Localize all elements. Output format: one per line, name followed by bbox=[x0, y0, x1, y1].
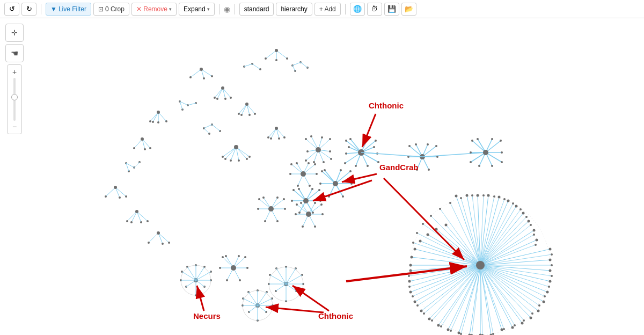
svg-point-175 bbox=[500, 140, 502, 142]
svg-rect-1 bbox=[13, 18, 631, 335]
svg-point-51 bbox=[157, 121, 159, 123]
separator-1 bbox=[41, 4, 41, 14]
svg-point-5 bbox=[275, 49, 278, 52]
live-filter-button[interactable]: ▼ Live Filter bbox=[46, 3, 91, 16]
svg-point-196 bbox=[324, 169, 326, 171]
svg-point-424 bbox=[466, 194, 469, 197]
clock-button[interactable]: ⏱ bbox=[367, 3, 382, 16]
svg-point-436 bbox=[549, 270, 552, 272]
svg-point-457 bbox=[412, 242, 414, 244]
svg-point-488 bbox=[450, 330, 452, 332]
svg-point-211 bbox=[314, 163, 316, 165]
live-filter-label: Live Filter bbox=[58, 5, 86, 13]
svg-point-462 bbox=[449, 202, 451, 204]
svg-point-132 bbox=[345, 140, 347, 142]
svg-point-442 bbox=[521, 322, 524, 325]
crop-button[interactable]: ⊡ 0 Crop bbox=[93, 3, 129, 16]
folder-button[interactable]: 📂 bbox=[401, 3, 416, 16]
svg-point-213 bbox=[296, 162, 298, 164]
hand-tool-button[interactable]: ☚ bbox=[5, 44, 24, 62]
svg-point-435 bbox=[549, 259, 552, 261]
zoom-track[interactable] bbox=[13, 78, 16, 121]
pan-icon: ✛ bbox=[11, 28, 18, 37]
canvas-area[interactable]: Chthonic GandCrab Necurs Chthonic ✛ ☚ + … bbox=[0, 18, 644, 335]
standard-button[interactable]: standard bbox=[239, 3, 274, 16]
filter-icon: ▼ bbox=[50, 5, 57, 13]
hand-icon: ☚ bbox=[11, 48, 18, 59]
zoom-out-button[interactable]: − bbox=[9, 122, 20, 132]
svg-point-115 bbox=[313, 161, 315, 163]
save-button[interactable]: 💾 bbox=[384, 3, 399, 16]
gandcrab-label: GandCrab bbox=[379, 163, 419, 172]
svg-point-538 bbox=[311, 188, 313, 190]
globe-button[interactable]: 🌐 bbox=[350, 3, 365, 16]
svg-point-117 bbox=[305, 159, 307, 162]
svg-point-425 bbox=[477, 194, 479, 197]
crop-icon: ⊡ bbox=[98, 5, 104, 13]
svg-point-93 bbox=[246, 158, 248, 160]
svg-point-109 bbox=[305, 138, 307, 140]
svg-point-244 bbox=[296, 203, 298, 206]
svg-point-426 bbox=[487, 194, 490, 197]
svg-point-216 bbox=[297, 185, 299, 187]
redo-button[interactable]: ↻ bbox=[21, 3, 36, 16]
svg-point-210 bbox=[290, 163, 292, 165]
pan-button[interactable]: ✛ bbox=[5, 24, 24, 42]
svg-point-519 bbox=[130, 221, 133, 223]
remove-button[interactable]: ✕ Remove ▾ bbox=[131, 3, 177, 16]
svg-point-32 bbox=[221, 86, 224, 90]
svg-point-139 bbox=[367, 165, 369, 167]
svg-point-50 bbox=[165, 120, 167, 122]
svg-point-536 bbox=[292, 189, 295, 191]
svg-point-510 bbox=[119, 196, 121, 199]
zoom-in-button[interactable]: + bbox=[9, 67, 20, 77]
svg-point-517 bbox=[147, 220, 149, 222]
svg-point-451 bbox=[428, 318, 431, 321]
svg-point-36 bbox=[216, 98, 218, 100]
svg-point-194 bbox=[349, 170, 352, 172]
svg-point-228 bbox=[283, 198, 285, 200]
svg-point-138 bbox=[355, 165, 357, 167]
hierarchy-button[interactable]: hierarchy bbox=[276, 3, 312, 16]
svg-point-286 bbox=[225, 255, 227, 257]
svg-point-116 bbox=[323, 161, 325, 163]
svg-point-455 bbox=[408, 280, 411, 283]
svg-point-230 bbox=[262, 196, 265, 199]
svg-point-75 bbox=[144, 148, 146, 150]
svg-point-179 bbox=[501, 151, 503, 154]
svg-point-427 bbox=[498, 196, 501, 199]
svg-point-289 bbox=[226, 279, 228, 281]
svg-point-154 bbox=[435, 145, 437, 147]
svg-point-48 bbox=[157, 111, 160, 114]
svg-point-433 bbox=[536, 239, 538, 242]
svg-point-495 bbox=[408, 275, 410, 277]
add-label: + Add bbox=[319, 5, 336, 13]
svg-point-111 bbox=[321, 136, 323, 139]
svg-point-468 bbox=[512, 202, 514, 205]
expand-button[interactable]: Expand ▾ bbox=[179, 3, 215, 16]
svg-point-217 bbox=[309, 185, 311, 187]
svg-point-428 bbox=[507, 200, 510, 202]
svg-point-441 bbox=[530, 317, 532, 319]
svg-point-525 bbox=[168, 242, 170, 244]
svg-point-288 bbox=[246, 267, 248, 269]
add-button[interactable]: + Add bbox=[314, 3, 341, 16]
separator-2 bbox=[219, 4, 219, 14]
svg-point-14 bbox=[211, 75, 213, 77]
svg-point-198 bbox=[350, 183, 353, 185]
svg-point-452 bbox=[420, 310, 423, 312]
graph-svg: Chthonic GandCrab Necurs Chthonic bbox=[0, 18, 644, 335]
svg-point-193 bbox=[321, 170, 323, 172]
svg-point-247 bbox=[300, 202, 302, 204]
svg-point-6 bbox=[265, 57, 267, 60]
svg-point-483 bbox=[503, 328, 505, 330]
undo-button[interactable]: ↺ bbox=[4, 3, 19, 16]
svg-point-134 bbox=[367, 138, 369, 140]
svg-point-456 bbox=[409, 270, 412, 272]
svg-point-477 bbox=[548, 286, 550, 288]
svg-point-118 bbox=[330, 158, 332, 160]
svg-point-460 bbox=[430, 215, 432, 217]
zoom-thumb[interactable] bbox=[11, 94, 18, 100]
svg-point-234 bbox=[276, 220, 279, 222]
svg-point-112 bbox=[310, 135, 312, 137]
